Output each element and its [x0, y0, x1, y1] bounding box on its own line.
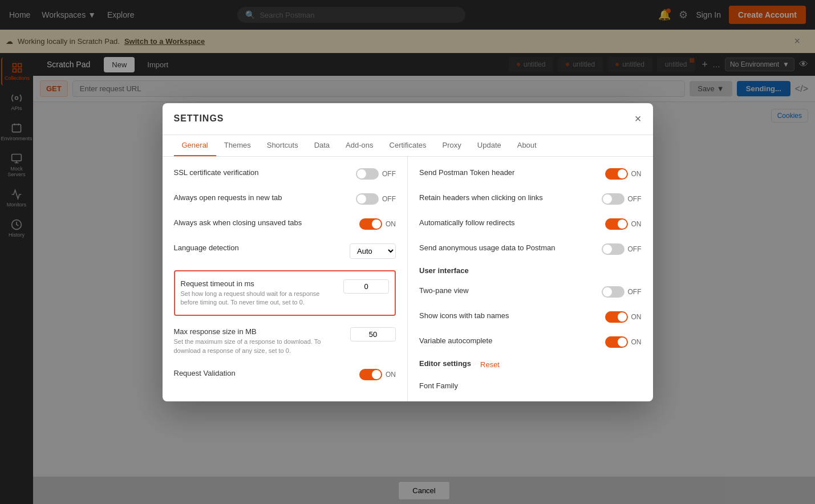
icons-tab-toggle-group: ON: [605, 311, 642, 323]
new-tab-label: Always open requests in new tab: [174, 193, 347, 202]
two-pane-label: Two-pane view: [419, 286, 593, 295]
max-response-input[interactable]: [350, 327, 396, 342]
setting-icons-tab: Show icons with tab names ON: [419, 309, 642, 325]
retain-headers-label: Retain headers when clicking on links: [419, 193, 593, 202]
settings-left-col: SSL certificate verification OFF Always …: [163, 157, 408, 401]
language-select[interactable]: Auto Manual: [350, 243, 396, 259]
tab-addons[interactable]: Add-ons: [338, 135, 381, 156]
setting-auto-redirects: Automatically follow redirects ON: [419, 216, 642, 232]
variable-autocomplete-toggle-label: ON: [631, 338, 642, 346]
anon-usage-toggle-label: OFF: [628, 245, 642, 253]
ssl-cert-toggle-label: OFF: [382, 170, 396, 178]
close-unsaved-label: Always ask when closing unsaved tabs: [174, 218, 351, 227]
reset-link[interactable]: Reset: [480, 360, 500, 369]
icons-tab-label: Show icons with tab names: [419, 311, 596, 320]
tab-themes[interactable]: Themes: [216, 135, 259, 156]
setting-variable-autocomplete: Variable autocomplete ON: [419, 334, 642, 350]
auto-redirects-toggle-group: ON: [605, 218, 642, 230]
ssl-cert-toggle[interactable]: [356, 168, 379, 180]
max-response-desc: Set the maximum size of a response to do…: [174, 338, 342, 355]
setting-language: Language detection Auto Manual: [174, 241, 396, 261]
retain-headers-toggle-group: OFF: [602, 193, 642, 205]
tab-shortcuts[interactable]: Shortcuts: [259, 135, 306, 156]
user-interface-header: User interface: [419, 266, 642, 275]
tab-certificates[interactable]: Certificates: [382, 135, 435, 156]
setting-postman-token: Send Postman Token header ON: [419, 166, 642, 182]
dialog-content: SSL certificate verification OFF Always …: [163, 157, 653, 401]
request-validation-toggle-group: ON: [359, 369, 396, 380]
retain-headers-toggle-label: OFF: [628, 195, 642, 203]
dialog-overlay[interactable]: SETTINGS × General Themes Shortcuts Data…: [0, 0, 815, 504]
variable-autocomplete-label: Variable autocomplete: [419, 336, 596, 345]
setting-two-pane: Two-pane view OFF: [419, 284, 642, 300]
setting-max-response: Max response size in MB Set the maximum …: [174, 325, 396, 357]
max-response-text-group: Max response size in MB Set the maximum …: [174, 327, 342, 355]
anon-usage-label: Send anonymous usage data to Postman: [419, 243, 593, 252]
tab-update[interactable]: Update: [469, 135, 509, 156]
setting-retain-headers: Retain headers when clicking on links OF…: [419, 191, 642, 207]
postman-token-toggle[interactable]: [605, 168, 628, 180]
editor-settings-header: Editor settings Reset: [419, 359, 642, 370]
dialog-tabs: General Themes Shortcuts Data Add-ons Ce…: [163, 135, 653, 157]
new-tab-toggle-group: OFF: [356, 193, 396, 205]
setting-request-validation: Request Validation ON: [174, 367, 396, 383]
two-pane-toggle-label: OFF: [628, 288, 642, 296]
timeout-text-group: Request timeout in ms Set how long a req…: [181, 279, 335, 307]
tab-proxy[interactable]: Proxy: [435, 135, 469, 156]
setting-anon-usage: Send anonymous usage data to Postman OFF: [419, 241, 642, 257]
tab-data[interactable]: Data: [306, 135, 338, 156]
two-pane-toggle[interactable]: [602, 286, 625, 298]
variable-autocomplete-toggle-group: ON: [605, 336, 642, 348]
request-validation-toggle[interactable]: [359, 369, 382, 380]
close-unsaved-toggle-group: ON: [359, 218, 396, 230]
two-pane-toggle-group: OFF: [602, 286, 642, 298]
tab-general[interactable]: General: [174, 135, 216, 156]
setting-font-family: Font Family: [419, 379, 642, 392]
setting-ssl-cert: SSL certificate verification OFF: [174, 166, 396, 182]
variable-autocomplete-toggle[interactable]: [605, 336, 628, 348]
new-tab-toggle-label: OFF: [382, 195, 396, 203]
settings-right-col: Send Postman Token header ON Retain head…: [407, 157, 653, 401]
postman-token-toggle-label: ON: [631, 170, 642, 178]
auto-redirects-toggle[interactable]: [605, 218, 628, 230]
auto-redirects-toggle-label: ON: [631, 220, 642, 228]
auto-redirects-label: Automatically follow redirects: [419, 218, 596, 227]
font-family-label: Font Family: [419, 381, 642, 390]
request-validation-label: Request Validation: [174, 369, 351, 377]
timeout-input[interactable]: [343, 279, 389, 294]
ssl-cert-toggle-group: OFF: [356, 168, 396, 180]
anon-usage-toggle-group: OFF: [602, 243, 642, 255]
new-tab-toggle[interactable]: [356, 193, 379, 205]
retain-headers-toggle[interactable]: [602, 193, 625, 205]
icons-tab-toggle-label: ON: [631, 313, 642, 321]
dialog-close-button[interactable]: ×: [635, 112, 642, 125]
max-response-row: Max response size in MB Set the maximum …: [174, 325, 396, 357]
close-unsaved-toggle-label: ON: [386, 220, 396, 228]
request-validation-toggle-label: ON: [386, 371, 396, 379]
icons-tab-toggle[interactable]: [605, 311, 628, 323]
anon-usage-toggle[interactable]: [602, 243, 625, 255]
ssl-cert-label: SSL certificate verification: [174, 168, 347, 177]
tab-about[interactable]: About: [509, 135, 545, 156]
max-response-label: Max response size in MB: [174, 327, 342, 336]
language-label: Language detection: [174, 243, 341, 252]
setting-request-timeout: Request timeout in ms Set how long a req…: [181, 277, 390, 310]
setting-new-tab: Always open requests in new tab OFF: [174, 191, 396, 207]
dialog-header: SETTINGS ×: [163, 103, 653, 135]
close-unsaved-toggle[interactable]: [359, 218, 382, 230]
timeout-desc: Set how long a request should wait for a…: [181, 290, 335, 307]
setting-request-timeout-box: Request timeout in ms Set how long a req…: [174, 270, 396, 316]
settings-dialog: SETTINGS × General Themes Shortcuts Data…: [163, 103, 653, 401]
postman-token-toggle-group: ON: [605, 168, 642, 180]
dialog-title: SETTINGS: [174, 113, 224, 124]
postman-token-label: Send Postman Token header: [419, 168, 596, 177]
setting-close-unsaved: Always ask when closing unsaved tabs ON: [174, 216, 396, 232]
timeout-label: Request timeout in ms: [181, 279, 335, 288]
